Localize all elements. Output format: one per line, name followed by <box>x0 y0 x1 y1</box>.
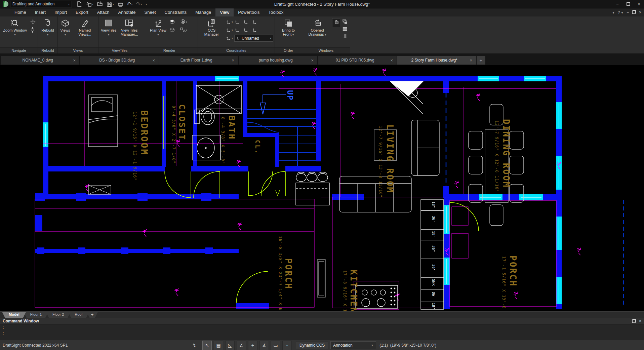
restore-button[interactable] <box>623 0 633 8</box>
help-button[interactable]: ? ▾ <box>618 10 623 15</box>
command-prompt-line[interactable]: : <box>0 325 644 330</box>
zoom-dynamic-icon[interactable] <box>30 27 36 33</box>
ccs-named-icon[interactable]: ▾ <box>226 35 233 41</box>
customize-qat-button[interactable]: ▾ <box>144 2 148 6</box>
menu-tab-import[interactable]: Import <box>50 8 71 16</box>
close-tab-icon[interactable]: × <box>151 58 156 63</box>
close-tab-icon[interactable]: × <box>389 58 394 63</box>
menu-tab-annotate[interactable]: Annotate <box>114 8 140 16</box>
zoom-window-button[interactable]: Zoom Window ▾ <box>2 18 28 37</box>
mdi-restore-button[interactable] <box>632 10 636 15</box>
close-tab-icon[interactable]: × <box>469 58 473 63</box>
named-views-button[interactable]: Named Views... <box>73 18 97 37</box>
viewtiles-button[interactable]: ViewTiles▾ <box>100 18 117 37</box>
new-document-tab-button[interactable]: + <box>477 56 485 65</box>
menu-tab-manage[interactable]: Manage <box>191 8 215 16</box>
views-button[interactable]: Views▾ <box>59 18 71 37</box>
sheet-tab-roof[interactable]: Roof <box>68 312 89 318</box>
close-tab-icon[interactable]: × <box>72 58 77 63</box>
workspace-value: Drafting and Annotation <box>12 2 54 6</box>
polar-toggle-icon[interactable]: ∠ <box>237 341 246 350</box>
svg-text:17'-1 5/16" X 13'-0 3/8": 17'-1 5/16" X 13'-0 3/8" <box>501 256 506 311</box>
rebuild-button[interactable]: Rebuild▾ <box>40 18 55 37</box>
command-window[interactable]: Command Window × :: <box>0 318 644 340</box>
command-prompt-line[interactable]: : <box>0 330 644 336</box>
ccs-manager-button[interactable]: CCS Manager <box>199 18 224 37</box>
grid-toggle-icon[interactable]: ▦ <box>214 341 223 350</box>
open-button[interactable] <box>96 1 104 7</box>
wireframe-view-icon[interactable] <box>169 27 179 33</box>
svg-text:BATH: BATH <box>227 116 237 140</box>
ccs-3axis-icon[interactable] <box>252 27 260 33</box>
new-sheet-button[interactable]: + <box>87 312 98 318</box>
group-name-order: Order <box>275 47 302 53</box>
svg-text:DINING ROOM: DINING ROOM <box>501 119 511 188</box>
pan-icon[interactable] <box>30 19 36 25</box>
shaded-view-icon[interactable] <box>169 19 179 25</box>
etrack-toggle-icon[interactable]: ∡ <box>259 341 269 350</box>
drawing-canvas[interactable]: BEDROOMCLOSETBATHCL.LIVING ROOMDINING RO… <box>0 65 644 311</box>
tile-horizontally-icon[interactable] <box>342 26 348 32</box>
ccs-previous-icon[interactable] <box>252 19 260 25</box>
tile-vertically-icon[interactable] <box>342 33 348 39</box>
draw-geometry-icon[interactable]: ▾ <box>180 27 190 33</box>
dynamic-ccs-button[interactable]: Dynamic CCS <box>296 342 328 349</box>
print-button[interactable] <box>116 1 124 7</box>
new-drawing-window-button[interactable] <box>332 18 340 27</box>
menu-tab-attach[interactable]: Attach <box>93 8 114 16</box>
opened-drawings-button[interactable]: Opened Drawings ▾ <box>304 18 330 37</box>
snap-toggle-icon[interactable]: ↖ <box>202 341 212 350</box>
workspace-dropdown[interactable]: Drafting and Annotation▾ <box>10 1 72 7</box>
pointer-toggle-icon[interactable]: ↯ <box>191 341 198 350</box>
close-button[interactable]: × <box>634 0 644 8</box>
document-tab[interactable]: NONAME_0.dwg× <box>1 56 79 65</box>
ccs-named-dropdown[interactable]: Unnamed ▾ <box>234 35 273 42</box>
bring-to-front-button[interactable]: Bring to Front ▾ <box>276 18 300 37</box>
menu-tab-home[interactable]: Home <box>10 8 31 16</box>
document-tab[interactable]: Earth Floor 1.dwg× <box>159 56 238 65</box>
menu-tab-sheet[interactable]: Sheet <box>140 8 160 16</box>
mdi-minimize-button[interactable]: − <box>627 10 629 15</box>
float-panel-icon[interactable] <box>632 319 636 323</box>
ccs-entity-icon[interactable] <box>234 27 242 33</box>
esnap-toggle-icon[interactable]: ⌖ <box>248 341 257 350</box>
ortho-toggle-icon[interactable]: ◺ <box>225 341 235 350</box>
plan-view-button[interactable]: Plan View▾ <box>149 18 167 37</box>
document-tab[interactable]: pump housing.dwg× <box>239 56 317 65</box>
ccs-icon[interactable]: ▾ <box>226 19 234 25</box>
new-file-button[interactable] <box>75 1 83 7</box>
annotation-scale-dropdown[interactable]: Annotation▼ <box>330 341 376 349</box>
close-tab-icon[interactable]: × <box>310 58 315 63</box>
document-tab[interactable]: 01 PID STD R05.dwg× <box>318 56 397 65</box>
mdi-close-button[interactable]: × <box>639 10 641 15</box>
ccs-3point-icon[interactable]: ▾ <box>226 27 234 33</box>
redo-button[interactable]: ↷▾ <box>135 1 143 7</box>
ribbon-collapse-icon[interactable]: ▾ <box>612 10 614 15</box>
sheet-tab-floor-2[interactable]: Floor 2 <box>46 312 71 318</box>
menu-tab-export[interactable]: Export <box>71 8 93 16</box>
dynamic-input-toggle-icon[interactable]: ▫ <box>282 341 292 350</box>
cascade-windows-icon[interactable] <box>342 19 348 25</box>
undo-button[interactable]: ↶▾ <box>126 1 134 7</box>
close-command-window-icon[interactable]: × <box>639 319 641 323</box>
close-tab-icon[interactable]: × <box>231 58 235 63</box>
ccs-origin-icon[interactable] <box>234 19 242 25</box>
document-tab[interactable]: DS - Bridge 3D.dwg× <box>80 56 159 65</box>
menu-tab-powertools[interactable]: Powertools <box>234 8 264 16</box>
sheet-tab-floor-1[interactable]: Floor 1 <box>24 312 48 318</box>
view-tiles-manager-button[interactable]: View Tiles Manager... <box>119 18 139 37</box>
sheet-tab-model[interactable]: Model <box>2 312 26 318</box>
minimize-button[interactable]: − <box>612 0 622 8</box>
menu-tab-toolbox[interactable]: Toolbox <box>264 8 288 16</box>
selection-toggle-icon[interactable]: ▭ <box>271 341 280 350</box>
ccs-z-rotate-icon[interactable] <box>243 27 251 33</box>
shield-lock-icon[interactable]: ▾ <box>180 19 190 25</box>
quick-access-toolbar: ▾ ▾ ↶▾ ↷▾ ▾ <box>75 1 148 7</box>
ccs-world-icon[interactable] <box>243 19 251 25</box>
document-tab[interactable]: 2 Story Farm House.dwg*× <box>397 56 476 65</box>
save-button[interactable]: ▾ <box>105 1 115 7</box>
menu-tab-view[interactable]: View <box>215 8 234 16</box>
menu-tab-insert[interactable]: Insert <box>31 8 50 16</box>
menu-tab-constraints[interactable]: Constraints <box>160 8 191 16</box>
import-button[interactable]: ▾ <box>85 1 94 7</box>
